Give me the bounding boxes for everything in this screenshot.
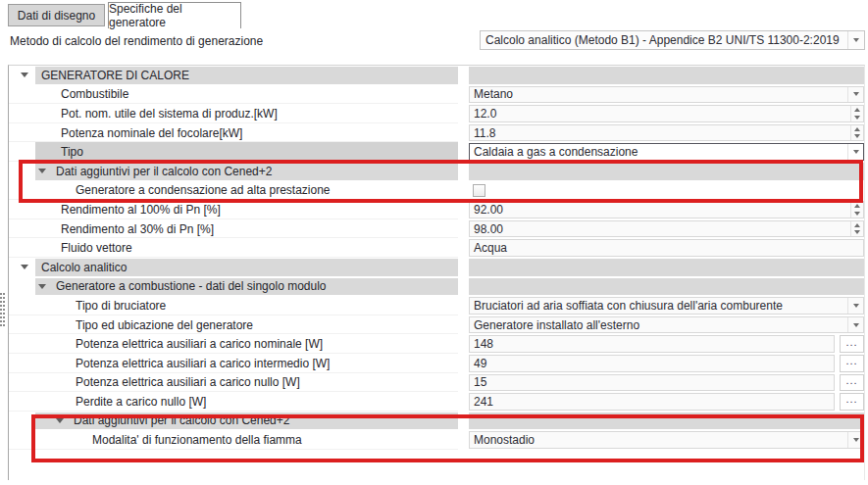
triangle-down-icon: [853, 92, 859, 96]
tab-specifiche-del-generatore[interactable]: Specifiche del generatore: [108, 2, 241, 28]
expander-icon[interactable]: [38, 284, 46, 289]
editor-value-text: 11.8: [470, 126, 850, 140]
property-label: Potenza elettrica ausiliari a carico int…: [76, 357, 330, 370]
value-editor-dropdown[interactable]: Generatore installato all'esterno: [469, 316, 864, 334]
property-label: Perdite a carico nullo [W]: [76, 395, 206, 409]
property-row: Tipo ed ubicazione del generatoreGenerat…: [9, 315, 864, 335]
triangle-up-icon: [854, 204, 860, 208]
value-editor-dropdown[interactable]: Monostadio: [469, 431, 864, 449]
value-editor-ellipsis[interactable]: 15: [469, 374, 835, 392]
property-row: Tipo di bruciatoreBruciatori ad aria sof…: [9, 296, 864, 315]
editor-value-text: 98.00: [470, 222, 850, 236]
editor-value-text: 241: [470, 395, 834, 409]
editor-value-text: 92.00: [470, 203, 850, 217]
property-label: Tipo: [61, 145, 83, 159]
spinner-down-icon[interactable]: [851, 210, 863, 218]
editor-value-text: Acqua: [470, 241, 863, 255]
triangle-down-icon: [854, 230, 860, 234]
group-label: Dati aggiuntivi per il calcolo con Cened…: [74, 413, 289, 427]
triangle-up-icon: [854, 223, 860, 227]
spinner-up-icon[interactable]: [851, 202, 863, 210]
dropdown-arrow-icon[interactable]: [847, 317, 863, 333]
property-row: Generatore a condensazione ad alta prest…: [9, 181, 864, 201]
ellipsis-button[interactable]: ...: [840, 355, 864, 372]
splitter-grip[interactable]: [0, 293, 5, 326]
ellipsis-button[interactable]: ...: [840, 335, 864, 353]
property-row: Potenza elettrica ausiliari a carico nul…: [9, 373, 864, 393]
group-row: GENERATORE DI CALORE: [9, 66, 864, 85]
spinner-down-icon[interactable]: [851, 229, 863, 237]
dropdown-arrow-icon[interactable]: [847, 432, 863, 448]
property-row: TipoCaldaia a gas a condensazione: [9, 142, 864, 162]
spinner-down-icon[interactable]: [851, 133, 863, 141]
property-label: Generatore a condensazione ad alta prest…: [76, 183, 331, 197]
value-editor-ellipsis[interactable]: 49: [469, 355, 835, 372]
value-editor-dropdown[interactable]: Caldaia a gas a condensazione: [469, 143, 864, 161]
property-label: Rendimento al 100% di Pn [%]: [61, 203, 221, 217]
triangle-up-icon: [854, 127, 860, 131]
triangle-down-icon: [853, 438, 859, 442]
tab-label: Dati di disegno: [18, 9, 95, 23]
value-editor-spinner[interactable]: 12.0: [469, 105, 864, 122]
tab-dati-di-disegno[interactable]: Dati di disegno: [8, 4, 105, 26]
value-editor-spinner[interactable]: 98.00: [469, 220, 864, 238]
property-row: Rendimento al 100% di Pn [%]92.00: [9, 200, 864, 219]
group-band: [469, 278, 864, 296]
editor-value-text: Bruciatori ad aria soffiata con chiusura…: [470, 299, 847, 313]
expander-icon[interactable]: [21, 73, 28, 77]
triangle-down-icon: [21, 265, 28, 269]
dropdown-arrow-icon[interactable]: [847, 87, 863, 103]
method-label: Metodo di calcolo del rendimento di gene…: [10, 34, 263, 48]
expander-icon[interactable]: [21, 265, 28, 269]
tab-label: Specifiche del generatore: [109, 2, 240, 29]
property-label: Potenza nominale del focolare[kW]: [61, 126, 242, 140]
spinner-down-icon[interactable]: [851, 114, 863, 121]
triangle-down-icon: [854, 116, 860, 120]
group-label: Dati aggiuntivi per il calcolo con Cened…: [56, 165, 272, 178]
group-label: Calcolo analitico: [41, 261, 127, 274]
value-editor-dropdown[interactable]: Metano: [469, 86, 864, 104]
value-editor-dropdown[interactable]: Bruciatori ad aria soffiata con chiusura…: [469, 297, 864, 315]
expander-icon[interactable]: [38, 169, 46, 173]
property-row: Perdite a carico nullo [W]241...: [9, 392, 864, 412]
property-label: Modalita' di funzionamento della fiamma: [92, 433, 302, 447]
property-label: Tipo ed ubicazione del generatore: [76, 318, 253, 332]
group-row: Dati aggiuntivi per il calcolo con Cened…: [9, 162, 864, 181]
spinner-up-icon[interactable]: [851, 125, 863, 133]
expander-icon[interactable]: [56, 418, 64, 423]
group-row: Generatore a combustione - dati del sing…: [9, 277, 864, 297]
dropdown-arrow-icon[interactable]: [847, 31, 864, 49]
spinner-buttons: [850, 202, 863, 218]
property-label: Fluido vettore: [61, 241, 132, 255]
triangle-down-icon: [38, 169, 46, 173]
property-row: Potenza elettrica ausiliari a carico int…: [9, 354, 864, 373]
value-editor-ellipsis[interactable]: 241: [469, 393, 835, 411]
value-editor-spinner[interactable]: 92.00: [469, 201, 864, 218]
ellipsis-button[interactable]: ...: [840, 374, 864, 392]
property-row: Fluido vettoreAcqua: [9, 238, 864, 258]
triangle-down-icon: [56, 418, 64, 423]
ellipsis-button[interactable]: ...: [840, 393, 864, 411]
spinner-buttons: [850, 125, 863, 141]
editor-value-text: 15: [470, 375, 834, 389]
checkbox[interactable]: [473, 184, 485, 197]
spinner-up-icon[interactable]: [851, 106, 863, 114]
property-row: Modalita' di funzionamento della fiammaM…: [9, 430, 864, 450]
property-label: Potenza elettrica ausiliari a carico nom…: [76, 337, 323, 351]
group-row: Calcolo analitico: [9, 258, 864, 277]
group-band: [469, 163, 864, 180]
group-band: [469, 67, 864, 84]
property-label: Combustibile: [61, 87, 128, 101]
editor-value-text: Caldaia a gas a condensazione: [470, 145, 847, 159]
value-editor-text[interactable]: Acqua: [469, 239, 864, 257]
value-editor-spinner[interactable]: 11.8: [469, 124, 864, 142]
dropdown-arrow-icon[interactable]: [847, 144, 863, 160]
editor-value-text: 49: [470, 357, 834, 370]
method-combobox[interactable]: Calcolo analitico (Metodo B1) - Appendic…: [480, 30, 865, 50]
dropdown-arrow-icon[interactable]: [847, 298, 863, 314]
editor-value-text: Generatore installato all'esterno: [470, 318, 847, 332]
spinner-buttons: [850, 106, 863, 121]
editor-value-text: Monostadio: [470, 433, 847, 447]
value-editor-ellipsis[interactable]: 148: [469, 335, 835, 353]
spinner-up-icon[interactable]: [851, 221, 863, 229]
